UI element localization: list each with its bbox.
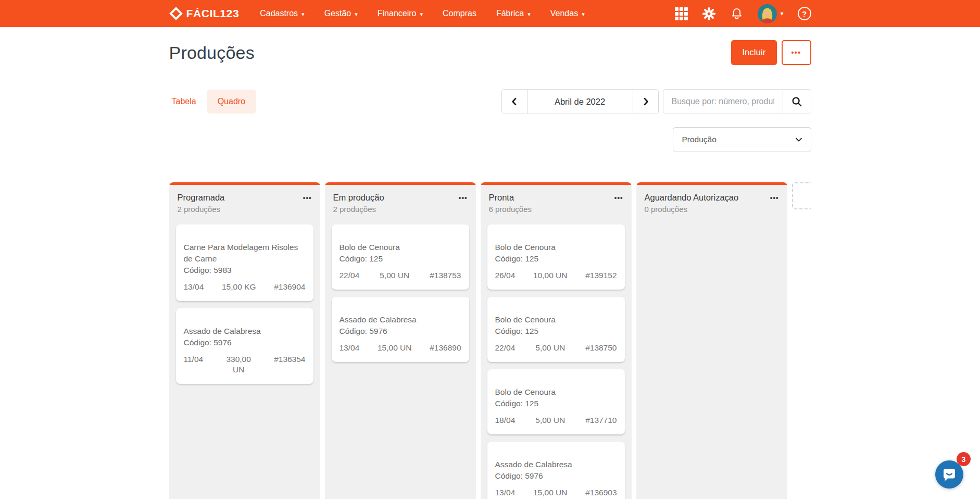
help-icon[interactable]: ? bbox=[798, 7, 811, 20]
column-cards: Bolo de Cenoura Código: 125 22/04 5,00 U… bbox=[325, 214, 476, 369]
tab-quadro[interactable]: Quadro bbox=[207, 90, 256, 114]
card-product-name: Carne Para Modelagem Risoles de Carne bbox=[184, 242, 306, 265]
column-header: Aguardando Autorizaçao ••• 0 produções bbox=[636, 185, 787, 214]
card-number: #136890 bbox=[430, 343, 461, 353]
nav-item-fabrica[interactable]: Fábrica▾ bbox=[496, 9, 531, 18]
settings-gear-icon[interactable] bbox=[702, 7, 716, 21]
card-date: 11/04 bbox=[184, 354, 204, 365]
chevron-left-icon bbox=[509, 96, 520, 107]
production-filter-select[interactable]: Produção bbox=[673, 127, 811, 152]
next-month-button[interactable] bbox=[633, 90, 658, 114]
kanban-column: Pronta ••• 6 produções Bolo de Cenoura C… bbox=[481, 182, 632, 499]
card-product-code: Código: 5983 bbox=[184, 265, 306, 276]
chat-bubble-icon bbox=[941, 467, 957, 482]
more-actions-button[interactable]: ••• bbox=[782, 40, 811, 65]
column-menu-button[interactable]: ••• bbox=[303, 194, 312, 202]
column-menu-button[interactable]: ••• bbox=[770, 194, 779, 202]
card-date: 22/04 bbox=[340, 270, 360, 281]
user-menu[interactable]: ▾ bbox=[758, 4, 783, 23]
nav-item-cadastros[interactable]: Cadastros▾ bbox=[260, 9, 304, 18]
column-cards: Bolo de Cenoura Código: 125 26/04 10,00 … bbox=[481, 214, 632, 499]
search-button[interactable] bbox=[783, 90, 811, 114]
card-number: #136903 bbox=[585, 488, 617, 498]
apps-grid-icon[interactable] bbox=[675, 7, 688, 20]
card-date: 13/04 bbox=[184, 282, 204, 292]
production-card[interactable]: Assado de Calabresa Código: 5976 11/04 3… bbox=[176, 308, 313, 384]
chat-unread-badge: 3 bbox=[957, 452, 971, 466]
tab-tabela[interactable]: Tabela bbox=[172, 90, 196, 114]
column-header: Programada ••• 2 produções bbox=[169, 185, 320, 214]
search-icon bbox=[791, 96, 802, 107]
column-title: Aguardando Autorizaçao bbox=[645, 193, 739, 203]
view-tabs: Tabela Quadro bbox=[169, 90, 257, 114]
ellipsis-icon: ••• bbox=[791, 48, 801, 57]
card-product-name: Bolo de Cenoura bbox=[340, 242, 461, 253]
chevron-down-icon: ▾ bbox=[527, 10, 531, 17]
card-product-name: Bolo de Cenoura bbox=[495, 314, 617, 326]
card-date: 13/04 bbox=[340, 343, 360, 353]
top-navbar: FÁCIL123 Cadastros▾ Gestão▾ Financeiro▾ … bbox=[0, 0, 980, 27]
select-chevron-down-icon bbox=[794, 135, 803, 144]
include-button[interactable]: Incluir bbox=[731, 40, 776, 65]
card-product-code: Código: 5976 bbox=[184, 337, 306, 348]
brand-name: FÁCIL123 bbox=[186, 7, 240, 20]
nav-item-compras[interactable]: Compras bbox=[443, 9, 476, 18]
card-product-code: Código: 125 bbox=[495, 253, 617, 265]
card-quantity: 330,00 UN bbox=[220, 354, 257, 375]
card-product-code: Código: 125 bbox=[340, 253, 461, 265]
production-card[interactable]: Bolo de Cenoura Código: 125 18/04 5,00 U… bbox=[487, 369, 625, 434]
search-bar bbox=[663, 89, 811, 114]
column-menu-button[interactable]: ••• bbox=[614, 194, 623, 202]
card-number: #138750 bbox=[585, 343, 617, 353]
kanban-column: Aguardando Autorizaçao ••• 0 produções bbox=[636, 182, 787, 499]
card-product-name: Assado de Calabresa bbox=[184, 326, 306, 337]
card-quantity: 5,00 UN bbox=[380, 270, 409, 281]
selected-filter-value: Produção bbox=[682, 135, 717, 144]
period-navigator: Abril de 2022 bbox=[501, 89, 659, 114]
nav-item-gestao[interactable]: Gestão▾ bbox=[324, 9, 358, 18]
card-date: 18/04 bbox=[495, 415, 516, 426]
card-quantity: 15,00 UN bbox=[378, 343, 411, 353]
card-product-name: Bolo de Cenoura bbox=[495, 242, 617, 253]
previous-month-button[interactable] bbox=[502, 90, 527, 114]
production-card[interactable]: Bolo de Cenoura Código: 125 22/04 5,00 U… bbox=[487, 297, 625, 362]
production-card[interactable]: Bolo de Cenoura Código: 125 22/04 5,00 U… bbox=[332, 224, 469, 290]
add-column-placeholder[interactable] bbox=[792, 182, 811, 209]
user-avatar bbox=[758, 4, 777, 23]
notifications-bell-icon[interactable] bbox=[730, 7, 744, 21]
card-number: #136354 bbox=[274, 354, 305, 365]
chevron-down-icon: ▾ bbox=[301, 10, 305, 17]
card-number: #136904 bbox=[274, 282, 305, 292]
card-date: 22/04 bbox=[495, 343, 516, 353]
brand-logo[interactable]: FÁCIL123 bbox=[169, 7, 240, 20]
production-card[interactable]: Assado de Calabresa Código: 5976 13/04 1… bbox=[332, 297, 469, 362]
column-menu-button[interactable]: ••• bbox=[459, 194, 468, 202]
card-product-name: Assado de Calabresa bbox=[340, 314, 461, 326]
production-card[interactable]: Assado de Calabresa Código: 5976 13/04 1… bbox=[487, 442, 625, 499]
column-header: Pronta ••• 6 produções bbox=[481, 185, 632, 214]
card-product-code: Código: 5976 bbox=[340, 326, 461, 337]
production-card[interactable]: Bolo de Cenoura Código: 125 26/04 10,00 … bbox=[487, 224, 625, 290]
card-quantity: 5,00 UN bbox=[535, 415, 565, 426]
production-card[interactable]: Carne Para Modelagem Risoles de Carne Có… bbox=[176, 224, 313, 301]
chat-launcher-button[interactable]: 3 bbox=[935, 460, 963, 489]
nav-item-vendas[interactable]: Vendas▾ bbox=[550, 9, 585, 18]
chevron-down-icon: ▾ bbox=[355, 10, 358, 17]
card-number: #138753 bbox=[430, 270, 461, 281]
column-count: 0 produções bbox=[645, 205, 779, 214]
nav-item-financeiro[interactable]: Financeiro▾ bbox=[378, 9, 423, 18]
search-input[interactable] bbox=[663, 90, 783, 114]
period-label: Abril de 2022 bbox=[527, 90, 633, 114]
card-product-name: Bolo de Cenoura bbox=[495, 386, 617, 398]
chevron-down-icon: ▾ bbox=[780, 10, 783, 17]
card-number: #139152 bbox=[585, 270, 617, 281]
card-product-code: Código: 125 bbox=[495, 398, 617, 409]
column-header: Em produção ••• 2 produções bbox=[325, 185, 476, 214]
card-number: #137710 bbox=[585, 415, 617, 426]
column-title: Pronta bbox=[489, 193, 514, 203]
card-product-code: Código: 125 bbox=[495, 326, 617, 337]
column-cards bbox=[636, 214, 787, 231]
kanban-column: Programada ••• 2 produções Carne Para Mo… bbox=[169, 182, 320, 499]
main-menu: Cadastros▾ Gestão▾ Financeiro▾ Compras F… bbox=[260, 9, 585, 18]
column-count: 2 produções bbox=[178, 205, 312, 214]
